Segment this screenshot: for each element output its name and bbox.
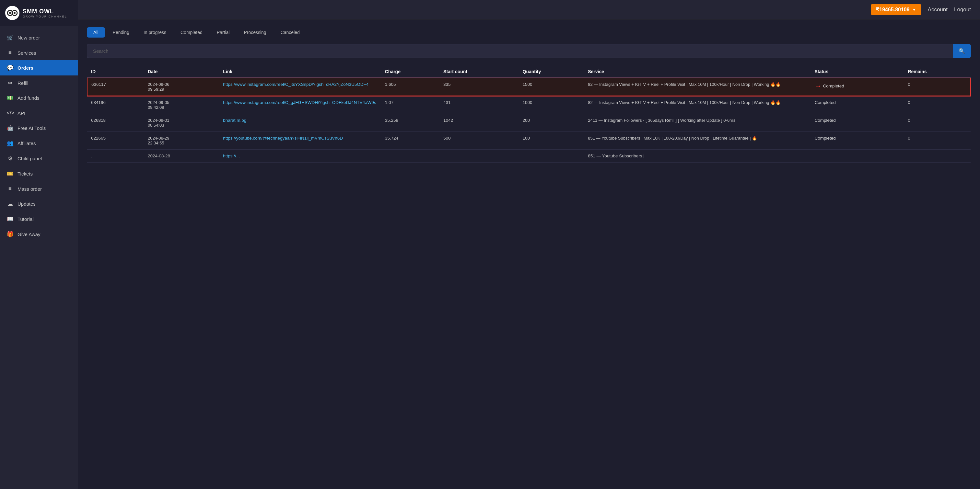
sidebar-item-label-orders: Orders — [18, 65, 33, 71]
orders-table-container: IDDateLinkChargeStart countQuantityServi… — [87, 66, 971, 163]
status-text: Completed — [815, 118, 835, 123]
logo: SMM OWL GROW YOUR CHANNEL — [0, 0, 78, 26]
search-bar: 🔍 — [87, 44, 971, 58]
sidebar-nav: 🛒New order≡Services💬Orders∞Refill💵Add fu… — [0, 26, 78, 489]
child-panel-icon: ⚙ — [6, 155, 14, 162]
tickets-icon: 🎫 — [6, 170, 14, 177]
logo-subtitle: GROW YOUR CHANNEL — [23, 15, 67, 18]
sidebar-item-free-ai-tools[interactable]: 🤖Free AI Tools — [0, 121, 78, 136]
logout-link[interactable]: Logout — [954, 6, 971, 13]
sidebar-item-tickets[interactable]: 🎫Tickets — [0, 166, 78, 181]
order-remains — [904, 149, 970, 163]
order-tabs: AllPendingIn progressCompletedPartialPro… — [87, 27, 971, 38]
order-date: 2024-09-05 09:42:08 — [144, 96, 219, 114]
search-icon: 🔍 — [959, 48, 965, 54]
tab-completed[interactable]: Completed — [174, 27, 209, 38]
order-service: 82 — Instagram Views + IGT V + Reel + Pr… — [584, 78, 810, 96]
sidebar-item-updates[interactable]: ☁Updates — [0, 196, 78, 211]
account-link[interactable]: Account — [928, 6, 948, 13]
sidebar-item-child-panel[interactable]: ⚙Child panel — [0, 151, 78, 166]
sidebar-item-add-funds[interactable]: 💵Add funds — [0, 90, 78, 106]
order-status: Completed — [810, 114, 904, 132]
order-date: 2024-09-01 08:54:03 — [144, 114, 219, 132]
services-icon: ≡ — [6, 49, 14, 56]
tutorial-icon: 📖 — [6, 216, 14, 222]
order-remains: 0 — [904, 78, 970, 96]
balance-amount: ₹19465.80109 — [876, 6, 909, 13]
sidebar-item-api[interactable]: </> API — [0, 106, 78, 121]
logo-text: SMM OWL GROW YOUR CHANNEL — [23, 8, 67, 18]
table-row: 6226652024-08-29 22:34:55https://youtube… — [87, 132, 970, 149]
order-id: 636117 — [87, 78, 144, 96]
order-link[interactable]: https://youtube.com/@technegyaan?si=lN1i… — [219, 132, 381, 149]
sidebar-item-label-add-funds: Add funds — [18, 95, 40, 101]
col-header-service: Service — [584, 66, 810, 78]
order-link[interactable]: https://www.instagram.com/reel/C_gJFGHSW… — [219, 96, 381, 114]
sidebar-item-label-mass-order: Mass order — [18, 186, 42, 192]
order-link[interactable]: https://www.instagram.com/reel/C_itsYXSn… — [219, 78, 381, 96]
orders-table: IDDateLinkChargeStart countQuantityServi… — [87, 66, 971, 163]
sidebar-item-label-tickets: Tickets — [18, 171, 33, 176]
order-quantity: 1500 — [519, 78, 584, 96]
logo-title: SMM OWL — [23, 8, 67, 15]
mass-order-icon: ≡ — [6, 186, 14, 192]
order-quantity: 200 — [519, 114, 584, 132]
tab-pending[interactable]: Pending — [106, 27, 136, 38]
table-row: ... 2024-08-28 https://... 851 — Youtube… — [87, 149, 970, 163]
sidebar-item-services[interactable]: ≡Services — [0, 45, 78, 60]
table-row: 6361172024-09-06 09:59:29https://www.ins… — [87, 78, 970, 96]
order-link[interactable]: bharat.m.bg — [219, 114, 381, 132]
table-body: 6361172024-09-06 09:59:29https://www.ins… — [87, 78, 970, 163]
order-id: 626818 — [87, 114, 144, 132]
table-row: 6268182024-09-01 08:54:03bharat.m.bg35.2… — [87, 114, 970, 132]
order-id: 634196 — [87, 96, 144, 114]
tab-in-progress[interactable]: In progress — [137, 27, 173, 38]
tab-processing[interactable]: Processing — [237, 27, 272, 38]
tab-canceled[interactable]: Canceled — [274, 27, 306, 38]
order-status: →Completed — [810, 78, 904, 96]
sidebar-item-give-away[interactable]: 🎁Give Away — [0, 227, 78, 242]
sidebar-item-label-services: Services — [18, 50, 36, 56]
order-quantity: 100 — [519, 132, 584, 149]
search-button[interactable]: 🔍 — [953, 44, 971, 58]
updates-icon: ☁ — [6, 200, 14, 207]
sidebar-item-label-new-order: New order — [18, 35, 40, 40]
svg-point-3 — [14, 12, 16, 14]
order-link[interactable]: https://... — [219, 149, 381, 163]
order-remains: 0 — [904, 114, 970, 132]
sidebar: SMM OWL GROW YOUR CHANNEL 🛒New order≡Ser… — [0, 0, 78, 489]
col-header-remains: Remains — [904, 66, 970, 78]
order-date: 2024-08-28 — [144, 149, 219, 163]
order-service: 851 — Youtube Subscribers | Max 10K | 10… — [584, 132, 810, 149]
sidebar-item-label-updates: Updates — [18, 201, 36, 206]
search-input[interactable] — [87, 44, 953, 58]
content-area: AllPendingIn progressCompletedPartialPro… — [78, 19, 980, 489]
order-charge — [381, 149, 439, 163]
col-header-id: ID — [87, 66, 144, 78]
chevron-down-icon: ▼ — [912, 8, 916, 12]
sidebar-item-new-order[interactable]: 🛒New order — [0, 30, 78, 45]
sidebar-item-label-api: API — [18, 110, 25, 116]
table-header: IDDateLinkChargeStart countQuantityServi… — [87, 66, 970, 78]
sidebar-item-label-give-away: Give Away — [18, 232, 40, 237]
add-funds-icon: 💵 — [6, 95, 14, 102]
balance-button[interactable]: ₹19465.80109 ▼ — [871, 4, 921, 15]
sidebar-item-tutorial[interactable]: 📖Tutorial — [0, 211, 78, 227]
order-service: 2411 — Instagram Followers - [ 365days R… — [584, 114, 810, 132]
sidebar-item-mass-order[interactable]: ≡Mass order — [0, 181, 78, 196]
tab-all[interactable]: All — [87, 27, 105, 38]
order-start-count: 335 — [439, 78, 519, 96]
status-text: Completed — [815, 100, 835, 105]
sidebar-item-orders[interactable]: 💬Orders — [0, 60, 78, 75]
table-header-row: IDDateLinkChargeStart countQuantityServi… — [87, 66, 970, 78]
order-start-count: 1042 — [439, 114, 519, 132]
order-service: 851 — Youtube Subscribers | — [584, 149, 810, 163]
tab-partial[interactable]: Partial — [210, 27, 236, 38]
sidebar-item-affiliates[interactable]: 👥Affiliates — [0, 136, 78, 151]
sidebar-item-refill[interactable]: ∞Refill — [0, 75, 78, 90]
order-status — [810, 149, 904, 163]
order-start-count: 431 — [439, 96, 519, 114]
refill-icon: ∞ — [6, 80, 14, 86]
table-row: 6341962024-09-05 09:42:08https://www.ins… — [87, 96, 970, 114]
order-charge: 35.724 — [381, 132, 439, 149]
